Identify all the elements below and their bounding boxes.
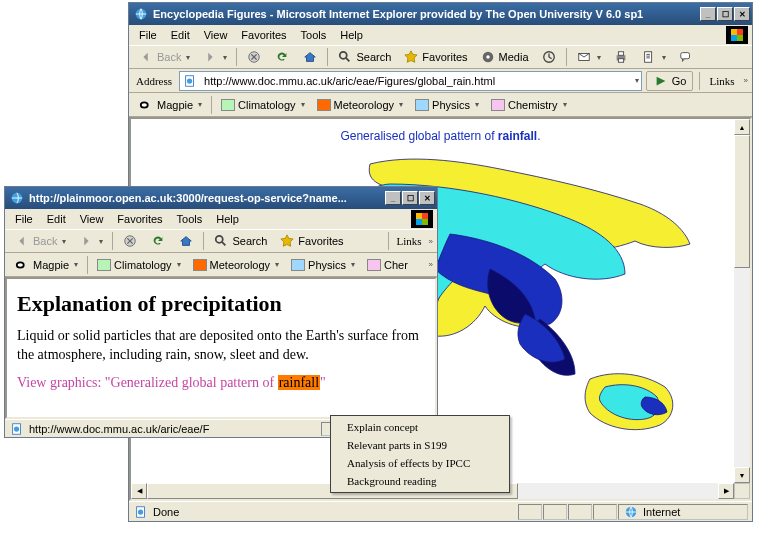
popup-window: http://plainmoor.open.ac.uk:3000/request… <box>4 186 438 438</box>
page-title: Generalised global pattern of rainfall. <box>131 119 750 149</box>
magpie-item-label: Meteorology <box>210 259 271 271</box>
menu-edit[interactable]: Edit <box>41 211 72 227</box>
links-label[interactable]: Links <box>706 75 737 87</box>
search-button[interactable]: Search <box>332 47 396 67</box>
minimize-button[interactable]: _ <box>700 7 716 21</box>
chevron-down-icon: ▾ <box>198 100 202 109</box>
svg-point-25 <box>14 426 19 431</box>
back-button[interactable]: Back ▾ <box>9 231 71 251</box>
chevron-right-icon[interactable]: » <box>429 237 433 246</box>
svg-point-23 <box>18 263 23 267</box>
magpie-climatology[interactable]: Climatology▾ <box>92 255 185 275</box>
chevron-right-icon[interactable]: » <box>744 76 748 85</box>
nav-toolbar: Back ▾ ▾ Search Favorites Links » <box>5 229 437 253</box>
back-button[interactable]: Back ▾ <box>133 47 195 67</box>
scroll-up-button[interactable]: ▲ <box>734 119 750 135</box>
menu-favorites[interactable]: Favorites <box>111 211 168 227</box>
address-input[interactable] <box>202 74 629 88</box>
menu-help[interactable]: Help <box>334 27 369 43</box>
history-button[interactable] <box>536 47 562 67</box>
refresh-button[interactable] <box>269 47 295 67</box>
edit-button[interactable]: ▾ <box>636 47 671 67</box>
menu-tools[interactable]: Tools <box>171 211 209 227</box>
magpie-meteorology[interactable]: Meteorology▾ <box>312 95 409 115</box>
status-text: Done <box>153 506 179 518</box>
address-input-wrap[interactable]: ▾ <box>179 71 642 91</box>
chevron-down-icon: ▾ <box>351 260 355 269</box>
home-button[interactable] <box>297 47 323 67</box>
maximize-button[interactable]: ☐ <box>402 191 418 205</box>
menu-view[interactable]: View <box>74 211 110 227</box>
ctx-relevant-parts[interactable]: Relevant parts in S199 <box>333 436 507 454</box>
scroll-left-button[interactable]: ◀ <box>131 483 147 499</box>
chevron-down-icon: ▾ <box>597 53 601 62</box>
nav-toolbar: Back ▾ ▾ Search Favorites Media ▾ ▾ <box>129 45 752 69</box>
svg-rect-10 <box>644 52 651 63</box>
title-bar[interactable]: Encyclopedia Figures - Microsoft Interne… <box>129 3 752 25</box>
forward-button[interactable]: ▾ <box>197 47 232 67</box>
magpie-chemistry[interactable]: Chemistry▾ <box>486 95 572 115</box>
magpie-meteorology[interactable]: Meteorology▾ <box>188 255 285 275</box>
status-panels: Internet <box>518 504 748 520</box>
title-bold: rainfall <box>498 129 537 143</box>
v-scrollbar[interactable]: ▲ ▼ <box>734 119 750 483</box>
home-button[interactable] <box>173 231 199 251</box>
discuss-button[interactable] <box>673 47 699 67</box>
scroll-thumb[interactable] <box>734 135 750 268</box>
favorites-button[interactable]: Favorites <box>274 231 348 251</box>
chevron-right-icon[interactable]: » <box>429 260 433 269</box>
search-label: Search <box>356 51 391 63</box>
title-bar[interactable]: http://plainmoor.open.ac.uk:3000/request… <box>5 187 437 209</box>
magpie-icon <box>14 257 30 273</box>
discuss-icon <box>678 49 694 65</box>
magpie-climatology[interactable]: Climatology▾ <box>216 95 309 115</box>
close-button[interactable]: ✕ <box>419 191 435 205</box>
home-icon <box>302 49 318 65</box>
scroll-down-button[interactable]: ▼ <box>734 467 750 483</box>
magpie-toolbar: Magpie ▾ Climatology▾ Meteorology▾ Physi… <box>129 93 752 117</box>
back-label: Back <box>33 235 57 247</box>
magpie-button[interactable]: Magpie ▾ <box>133 95 207 115</box>
menu-edit[interactable]: Edit <box>165 27 196 43</box>
forward-icon <box>202 49 218 65</box>
chevron-down-icon[interactable]: ▾ <box>635 76 639 85</box>
minimize-button[interactable]: _ <box>385 191 401 205</box>
menu-file[interactable]: File <box>133 27 163 43</box>
favorites-label: Favorites <box>298 235 343 247</box>
svg-point-13 <box>187 78 192 83</box>
magpie-button[interactable]: Magpie▾ <box>9 255 83 275</box>
magpie-label: Magpie <box>157 99 193 111</box>
forward-button[interactable]: ▾ <box>73 231 108 251</box>
menu-help[interactable]: Help <box>210 211 245 227</box>
close-button[interactable]: ✕ <box>734 7 750 21</box>
links-label[interactable]: Links <box>393 235 424 247</box>
menu-file[interactable]: File <box>9 211 39 227</box>
favorites-button[interactable]: Favorites <box>398 47 472 67</box>
ctx-explain-concept[interactable]: Explain concept <box>333 418 507 436</box>
print-button[interactable] <box>608 47 634 67</box>
view-graphics-link[interactable]: View graphics: "Generalized global patte… <box>17 375 425 391</box>
go-button[interactable]: Go <box>646 71 694 91</box>
scroll-track[interactable] <box>734 135 750 467</box>
stop-button[interactable] <box>241 47 267 67</box>
magpie-physics[interactable]: Physics▾ <box>286 255 360 275</box>
menu-favorites[interactable]: Favorites <box>235 27 292 43</box>
ctx-analysis-ipcc[interactable]: Analysis of effects by IPCC <box>333 454 507 472</box>
star-icon <box>403 49 419 65</box>
stop-button[interactable] <box>117 231 143 251</box>
highlighted-term[interactable]: rainfall <box>278 375 320 390</box>
menu-tools[interactable]: Tools <box>295 27 333 43</box>
refresh-button[interactable] <box>145 231 171 251</box>
magpie-physics[interactable]: Physics▾ <box>410 95 484 115</box>
svg-point-15 <box>142 103 147 107</box>
scroll-right-button[interactable]: ▶ <box>718 483 734 499</box>
menu-view[interactable]: View <box>198 27 234 43</box>
search-button[interactable]: Search <box>208 231 272 251</box>
magpie-chemistry[interactable]: Cher <box>362 255 413 275</box>
mail-button[interactable]: ▾ <box>571 47 606 67</box>
page-icon <box>182 73 198 89</box>
maximize-button[interactable]: ☐ <box>717 7 733 21</box>
ctx-background-reading[interactable]: Background reading <box>333 472 507 490</box>
toolbar-separator <box>699 72 700 90</box>
media-button[interactable]: Media <box>475 47 534 67</box>
